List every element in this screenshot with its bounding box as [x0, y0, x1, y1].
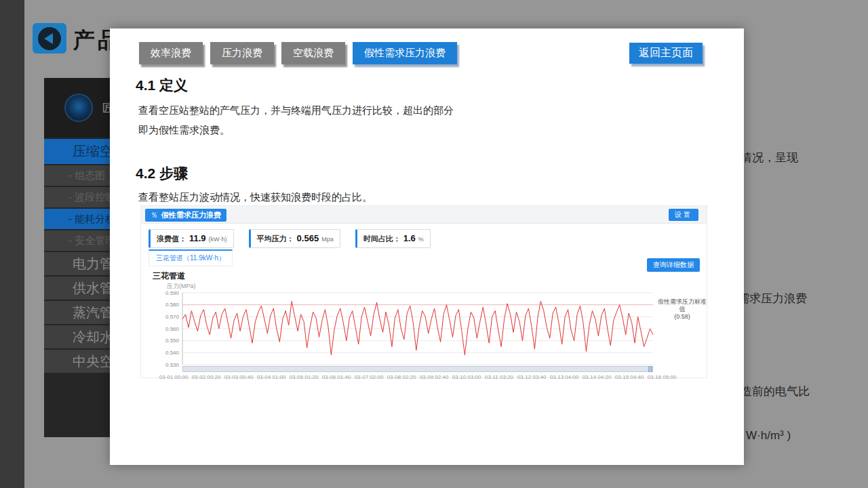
brand-logo-icon	[64, 94, 93, 122]
xtick-label: 03-16 05:00	[646, 374, 678, 380]
bg-text-fragment: 情况，呈现	[741, 150, 798, 165]
tab-false-demand-pressure-waste[interactable]: 假性需求压力浪费	[353, 42, 457, 64]
stat-card-waste-value: 浪费值： 11.9 (kW·h)	[149, 229, 234, 248]
xtick-label: 03-05 01:20	[288, 374, 320, 380]
xtick-label: 03-14 04:20	[580, 374, 613, 380]
svg-text:0.590: 0.590	[165, 290, 180, 296]
bg-text-fragment: W·h/m³ )	[746, 429, 791, 443]
stat-card-time-ratio: 时间占比： 1.6 %	[355, 229, 431, 248]
datazoom-scrollbar[interactable]	[182, 366, 653, 372]
xtick-label: 03-08 02:20	[385, 374, 418, 380]
dashboard-header: ％ 假性需求压力浪费 设置	[141, 206, 707, 224]
section-body-steps: 查看整站压力波动情况，快速获知浪费时段的占比。	[138, 187, 372, 207]
bg-text-fragment: 需求压力浪费	[738, 291, 807, 306]
xtick-label: 03-07 02:00	[353, 374, 385, 380]
xtick-label: 03-15 04:40	[613, 374, 646, 380]
section-heading-definition: 4.1 定义	[136, 76, 188, 95]
tab-efficiency-waste[interactable]: 效率浪费	[139, 42, 203, 64]
chart-xtick-labels: 03-01 00:0003-02 00:2003-03 00:4003-04 0…	[157, 374, 678, 380]
return-home-button[interactable]: 返回主页面	[629, 43, 703, 64]
xtick-label: 03-01 00:00	[157, 374, 190, 380]
back-icon	[38, 27, 61, 50]
datazoom-handle[interactable]	[648, 366, 652, 372]
svg-text:0.530: 0.530	[165, 362, 180, 368]
svg-text:0.580: 0.580	[165, 302, 180, 308]
pipe-tab-sanhua[interactable]: 三花管道（11.9kW·h）	[149, 249, 233, 266]
stats-row: 浪费值： 11.9 (kW·h) 平均压力： 0.565 Mpa 时间占比： 1…	[149, 229, 431, 248]
xtick-label: 03-11 03:20	[483, 374, 515, 380]
xtick-label: 03-04 01:00	[255, 374, 288, 380]
editor-left-gutter	[0, 0, 24, 488]
xtick-label: 03-03 00:40	[222, 374, 255, 380]
tab-idle-waste[interactable]: 空载浪费	[281, 42, 345, 64]
xtick-label: 03-12 03:40	[515, 374, 548, 380]
svg-text:0.570: 0.570	[165, 314, 180, 320]
xtick-label: 03-06 01:40	[320, 374, 353, 380]
xtick-label: 03-02 00:20	[190, 374, 222, 380]
xtick-label: 03-09 02:40	[418, 374, 450, 380]
xtick-label: 03-13 04:00	[548, 374, 580, 380]
svg-text:0.540: 0.540	[165, 350, 180, 356]
tutorial-modal: 效率浪费 压力浪费 空载浪费 假性需求压力浪费 返回主页面 4.1 定义 查看空…	[110, 28, 744, 465]
waste-tab-row: 效率浪费 压力浪费 空载浪费 假性需求压力浪费	[139, 42, 457, 64]
dashboard-screenshot: ％ 假性需求压力浪费 设置 浪费值： 11.9 (kW·h) 平均压力： 0.5…	[140, 205, 707, 378]
reference-line-annotation: 假性需求压力标准值 (0.58)	[658, 298, 707, 321]
svg-text:0.550: 0.550	[165, 338, 180, 344]
percent-waste-icon: ％	[151, 210, 158, 220]
section-body-definition: 查看空压站整站的产气压力，并与终端用气压力进行比较，超出的部分 即为假性需求浪费…	[138, 100, 454, 140]
svg-text:0.560: 0.560	[165, 326, 180, 332]
section-heading-steps: 4.2 步骤	[136, 164, 188, 183]
back-button-badge[interactable]	[33, 23, 66, 54]
dashboard-title-badge: ％ 假性需求压力浪费	[145, 209, 226, 222]
xtick-label: 03-10 03:00	[450, 374, 483, 380]
query-details-button[interactable]: 查询详细数据	[647, 258, 700, 272]
tab-pressure-waste[interactable]: 压力浪费	[210, 42, 274, 64]
stat-card-avg-pressure: 平均压力： 0.565 Mpa	[249, 229, 340, 248]
bg-text-fragment: 造前的电气比	[741, 384, 810, 399]
dashboard-title: 假性需求压力浪费	[161, 210, 221, 220]
settings-button[interactable]: 设置	[669, 209, 698, 221]
